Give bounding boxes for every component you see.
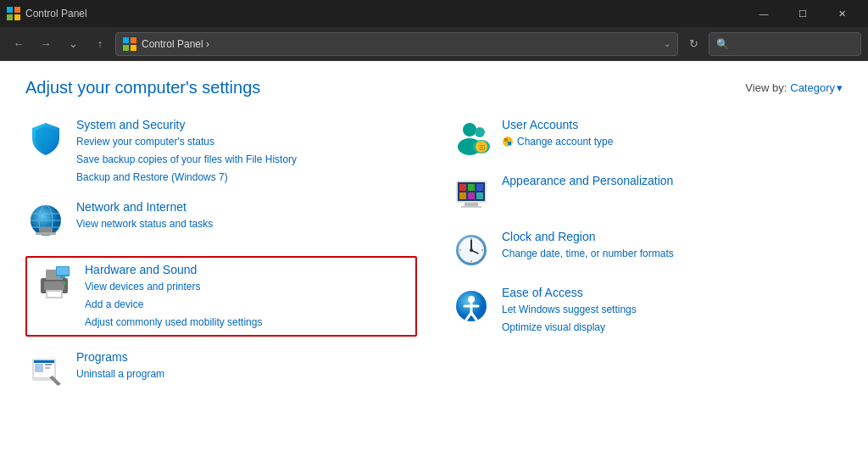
hardware-sub-0[interactable]: View devices and printers — [85, 279, 262, 294]
recent-button[interactable]: ⌄ — [61, 32, 85, 56]
svg-point-20 — [63, 281, 66, 285]
network-sub-0[interactable]: View network status and tasks — [76, 216, 213, 231]
header-row: Adjust your computer's settings View by:… — [25, 78, 843, 98]
main-content: Adjust your computer's settings View by:… — [0, 61, 868, 457]
address-bar[interactable]: Control Panel › ⌄ — [115, 32, 678, 56]
programs-icon — [25, 350, 66, 391]
search-bar[interactable]: 🔍 — [709, 32, 861, 56]
maximize-button[interactable]: ☐ — [783, 0, 822, 27]
minimize-button[interactable]: — — [744, 0, 783, 27]
svg-rect-29 — [45, 367, 50, 369]
ease-sub-1[interactable]: Optimize visual display — [502, 320, 637, 335]
hardware-sub-2[interactable]: Adjust commonly used mobility settings — [85, 315, 262, 330]
right-column: ⊞ User Accounts Change account type — [451, 118, 843, 440]
svg-rect-4 — [123, 37, 129, 43]
network-icon — [25, 200, 66, 241]
ease-link[interactable]: Ease of Access — [502, 286, 637, 299]
change-account-icon — [502, 136, 514, 148]
svg-point-31 — [463, 123, 476, 137]
svg-rect-2 — [7, 14, 13, 20]
clock-link[interactable]: Clock and Region — [502, 230, 674, 243]
svg-rect-23 — [60, 276, 65, 278]
category-programs: Programs Uninstall a program — [25, 350, 417, 391]
category-appearance: Appearance and Personalization — [451, 174, 843, 215]
appearance-link[interactable]: Appearance and Personalization — [502, 174, 673, 187]
search-icon: 🔍 — [716, 38, 729, 50]
svg-rect-1 — [14, 7, 20, 13]
svg-rect-43 — [468, 184, 475, 191]
svg-point-33 — [475, 127, 485, 137]
system-security-sub-0[interactable]: Review your computer's status — [76, 134, 297, 149]
svg-rect-6 — [123, 45, 129, 51]
svg-rect-19 — [47, 292, 61, 297]
clock-sub-0[interactable]: Change date, time, or number formats — [502, 246, 674, 261]
svg-rect-42 — [459, 184, 466, 191]
clock-text: Clock and Region Change date, time, or n… — [502, 230, 674, 261]
category-system-security: System and Security Review your computer… — [25, 118, 417, 185]
svg-rect-0 — [7, 7, 13, 13]
ease-icon — [451, 286, 492, 326]
clock-icon — [451, 230, 492, 270]
users-link[interactable]: User Accounts — [502, 118, 613, 131]
address-path: Control Panel › — [142, 38, 659, 50]
users-sub-0[interactable]: Change account type — [517, 134, 613, 149]
svg-rect-14 — [36, 232, 56, 235]
view-by: View by: Category ▾ — [745, 81, 843, 94]
svg-rect-3 — [14, 14, 20, 20]
categories-grid: System and Security Review your computer… — [25, 118, 843, 440]
users-text: User Accounts Change account type — [502, 118, 613, 149]
svg-rect-48 — [465, 203, 478, 206]
system-security-icon — [25, 118, 66, 159]
svg-rect-49 — [461, 206, 481, 208]
refresh-button[interactable]: ↻ — [682, 32, 705, 56]
hardware-icon — [34, 263, 75, 304]
app-icon — [7, 7, 20, 20]
system-security-sub-1[interactable]: Save backup copies of your files with Fi… — [76, 152, 297, 167]
titlebar-title: Control Panel — [25, 8, 744, 20]
svg-rect-16 — [44, 281, 64, 290]
system-security-sub-2[interactable]: Backup and Restore (Windows 7) — [76, 170, 297, 185]
hardware-text: Hardware and Sound View devices and prin… — [85, 263, 262, 330]
system-security-text: System and Security Review your computer… — [76, 118, 297, 185]
titlebar-controls: — ☐ ✕ — [744, 0, 861, 27]
appearance-icon — [451, 174, 492, 215]
appearance-text: Appearance and Personalization — [502, 174, 673, 187]
svg-rect-27 — [35, 364, 43, 372]
category-network: Network and Internet View network status… — [25, 200, 417, 241]
view-by-label: View by: — [745, 81, 787, 94]
network-link[interactable]: Network and Internet — [76, 200, 213, 214]
svg-rect-45 — [459, 192, 466, 199]
programs-text: Programs Uninstall a program — [76, 350, 164, 382]
programs-link[interactable]: Programs — [76, 350, 164, 364]
category-users: ⊞ User Accounts Change account type — [451, 118, 843, 159]
category-ease: Ease of Access Let Windows suggest setti… — [451, 286, 843, 335]
page-title: Adjust your computer's settings — [25, 78, 260, 98]
svg-rect-7 — [131, 45, 136, 51]
back-button[interactable]: ← — [7, 32, 31, 56]
svg-rect-46 — [468, 192, 475, 199]
forward-button[interactable]: → — [34, 32, 58, 56]
view-by-dropdown[interactable]: Category ▾ — [790, 81, 843, 94]
category-hardware: Hardware and Sound View devices and prin… — [25, 256, 417, 337]
address-icon — [123, 37, 136, 51]
svg-rect-47 — [476, 192, 483, 199]
svg-rect-38 — [504, 138, 508, 142]
users-icon: ⊞ — [451, 118, 492, 159]
address-dropdown-icon: ⌄ — [664, 39, 670, 48]
svg-rect-22 — [57, 267, 69, 275]
svg-rect-28 — [45, 364, 52, 365]
close-button[interactable]: ✕ — [822, 0, 861, 27]
hardware-link[interactable]: Hardware and Sound — [85, 263, 262, 276]
hardware-sub-1[interactable]: Add a device — [85, 297, 262, 312]
up-button[interactable]: ↑ — [88, 32, 112, 56]
ease-sub-0[interactable]: Let Windows suggest settings — [502, 302, 637, 317]
category-clock: Clock and Region Change date, time, or n… — [451, 230, 843, 270]
toolbar: ← → ⌄ ↑ Control Panel › ⌄ ↻ 🔍 — [0, 27, 868, 61]
svg-rect-44 — [476, 184, 483, 191]
system-security-link[interactable]: System and Security — [76, 118, 297, 131]
ease-text: Ease of Access Let Windows suggest setti… — [502, 286, 637, 335]
programs-sub-0[interactable]: Uninstall a program — [76, 366, 164, 382]
svg-rect-26 — [34, 360, 54, 363]
svg-rect-13 — [39, 227, 53, 232]
titlebar: Control Panel — ☐ ✕ — [0, 0, 868, 27]
